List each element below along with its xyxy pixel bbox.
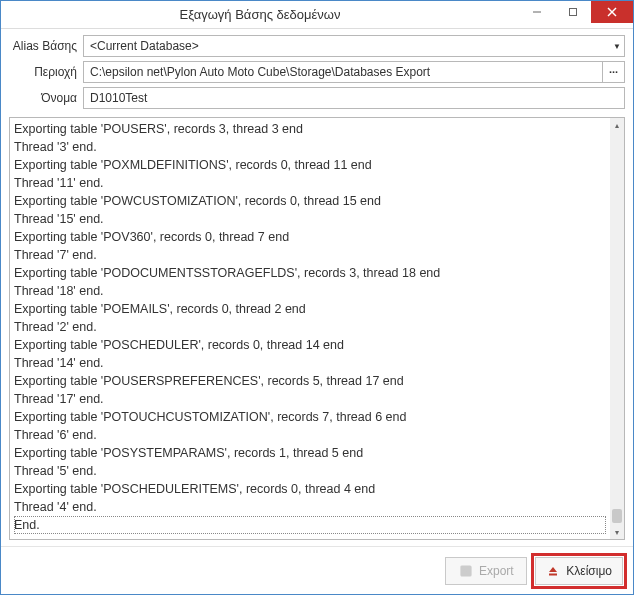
log-line: Exporting table 'POSCHEDULER', records 0… <box>14 336 606 354</box>
log-line: Thread '15' end. <box>14 210 606 228</box>
export-database-window: Εξαγωγή Βάσης δεδομένων Alias Βάσης ▼ Πε… <box>0 0 634 595</box>
minimize-button[interactable] <box>519 1 555 23</box>
alias-combo[interactable]: ▼ <box>83 35 625 57</box>
window-title: Εξαγωγή Βάσης δεδομένων <box>1 7 519 22</box>
log-line: Exporting table 'POUSERSPREFERENCES', re… <box>14 372 606 390</box>
log-line: Thread '17' end. <box>14 390 606 408</box>
log-line: Thread '2' end. <box>14 318 606 336</box>
log-line: Thread '4' end. <box>14 498 606 516</box>
log-line: Thread '11' end. <box>14 174 606 192</box>
scrollbar[interactable]: ▴ ▾ <box>610 118 624 539</box>
log-line: Thread '18' end. <box>14 282 606 300</box>
svg-rect-1 <box>570 9 577 16</box>
region-row: Περιοχή ··· <box>9 61 625 83</box>
log-line: Exporting table 'POSCHEDULERITEMS', reco… <box>14 480 606 498</box>
svg-rect-5 <box>549 573 557 575</box>
log-output: Exporting table 'POUSERS', records 3, th… <box>9 117 625 540</box>
button-bar: Export Κλείσιμο <box>1 546 633 594</box>
maximize-button[interactable] <box>555 1 591 23</box>
name-row: Όνομα <box>9 87 625 109</box>
window-close-button[interactable] <box>591 1 633 23</box>
log-line: Exporting table 'PODOCUMENTSSTORAGEFLDS'… <box>14 264 606 282</box>
name-label: Όνομα <box>9 91 83 105</box>
name-input[interactable] <box>83 87 625 109</box>
alias-input[interactable] <box>83 35 625 57</box>
close-button-label: Κλείσιμο <box>566 564 612 578</box>
region-input[interactable] <box>83 61 603 83</box>
log-line: Exporting table 'POEMAILS', records 0, t… <box>14 300 606 318</box>
export-button: Export <box>445 557 527 585</box>
log-line: Exporting table 'POXMLDEFINITIONS', reco… <box>14 156 606 174</box>
log-line: Exporting table 'POSYSTEMPARAMS', record… <box>14 444 606 462</box>
export-button-label: Export <box>479 564 514 578</box>
titlebar: Εξαγωγή Βάσης δεδομένων <box>1 1 633 29</box>
region-label: Περιοχή <box>9 65 83 79</box>
close-button[interactable]: Κλείσιμο <box>535 557 623 585</box>
log-line: Exporting table 'POTOUCHCUSTOMIZATION', … <box>14 408 606 426</box>
log-line: Thread '5' end. <box>14 462 606 480</box>
alias-label: Alias Βάσης <box>9 39 83 53</box>
eject-icon <box>546 564 560 578</box>
log-line: Exporting table 'POUSERS', records 3, th… <box>14 120 606 138</box>
region-input-wrap: ··· <box>83 61 625 83</box>
scroll-down-icon[interactable]: ▾ <box>610 525 624 539</box>
log-lines[interactable]: Exporting table 'POUSERS', records 3, th… <box>10 118 610 539</box>
log-line: Exporting table 'POV360', records 0, thr… <box>14 228 606 246</box>
name-input-wrap <box>83 87 625 109</box>
window-controls <box>519 1 633 28</box>
log-line: Thread '6' end. <box>14 426 606 444</box>
scroll-up-icon[interactable]: ▴ <box>610 118 624 132</box>
alias-row: Alias Βάσης ▼ <box>9 35 625 57</box>
log-line: End. <box>14 516 606 534</box>
form-area: Alias Βάσης ▼ Περιοχή ··· Όνομα <box>1 29 633 117</box>
log-line: Thread '14' end. <box>14 354 606 372</box>
log-line: Thread '3' end. <box>14 138 606 156</box>
export-icon <box>459 564 473 578</box>
browse-button[interactable]: ··· <box>603 61 625 83</box>
scroll-thumb[interactable] <box>612 509 622 523</box>
log-line: Thread '7' end. <box>14 246 606 264</box>
log-line: Exporting table 'POWCUSTOMIZATION', reco… <box>14 192 606 210</box>
